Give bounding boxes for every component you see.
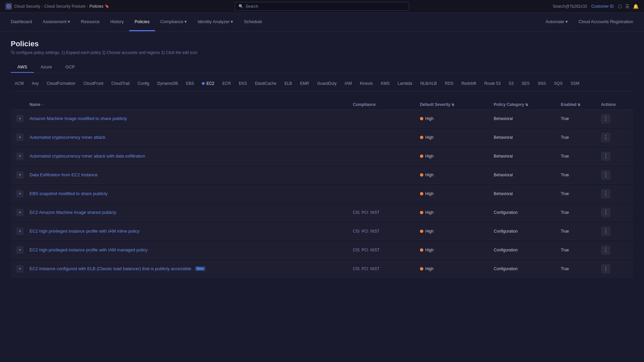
service-cloudformation[interactable]: CloudFormation xyxy=(43,80,79,87)
service-ssm[interactable]: SSM xyxy=(567,80,583,87)
nav-identity-analyzer[interactable]: Identity Analyzer ▾ xyxy=(192,13,238,31)
service-config[interactable]: Config xyxy=(133,80,153,87)
service-any[interactable]: Any xyxy=(28,80,43,87)
row-expand-btn[interactable]: ▾ xyxy=(16,153,30,160)
row-category: Behavioral xyxy=(494,135,561,140)
row-expand-btn[interactable]: ▾ xyxy=(16,134,30,141)
row-expand-btn[interactable]: ▾ xyxy=(16,115,30,122)
policy-name-link[interactable]: Amazon Machine Image modified to share p… xyxy=(30,116,353,121)
service-redshift[interactable]: Redshift xyxy=(458,80,480,87)
policy-name-link[interactable]: Data Exfiltration from EC2 Instance xyxy=(30,172,353,177)
row-category: Configuration xyxy=(494,248,561,252)
customer-id-dropdown[interactable]: Customer ID xyxy=(591,4,614,9)
header-name[interactable]: Name ↑ xyxy=(30,102,353,107)
sort-severity-icon: ⇅ xyxy=(451,103,454,107)
breadcrumb: Cloud Security › Cloud Security Posture … xyxy=(14,4,109,9)
policy-name-link[interactable]: EC2 high privileged instance profile wit… xyxy=(30,229,353,234)
notifications-icon[interactable]: 🔔 xyxy=(633,4,639,9)
tab-aws[interactable]: AWS xyxy=(11,62,34,73)
nav-automate[interactable]: Automate ▾ xyxy=(540,13,573,31)
row-expand-btn[interactable]: ▾ xyxy=(16,190,30,197)
service-cloudfront[interactable]: CloudFront xyxy=(79,80,107,87)
nav-compliance[interactable]: Compliance ▾ xyxy=(155,13,192,31)
service-rds[interactable]: RDS xyxy=(441,80,457,87)
actions-menu-btn[interactable]: ⋮ xyxy=(601,114,610,123)
service-elb[interactable]: ELB xyxy=(280,80,296,87)
severity-dot xyxy=(420,155,423,158)
actions-menu-btn[interactable]: ⋮ xyxy=(601,189,610,198)
nav-resource[interactable]: Resource xyxy=(75,13,105,31)
breadcrumb-posture[interactable]: Cloud Security Posture xyxy=(44,4,86,9)
service-nlb-alb[interactable]: NLB/ALB xyxy=(416,80,441,87)
service-elasticache[interactable]: ElastiCache xyxy=(251,80,280,87)
app-logo xyxy=(5,3,12,10)
actions-menu-btn[interactable]: ⋮ xyxy=(601,245,610,255)
header-category[interactable]: Policy Category ⇅ xyxy=(494,102,561,107)
messages-icon[interactable]: ☰ xyxy=(625,4,630,9)
expand-icon[interactable]: ▾ xyxy=(16,246,23,254)
service-acm[interactable]: ACM xyxy=(11,80,28,87)
service-sns[interactable]: SNS xyxy=(534,80,550,87)
policy-name-link[interactable]: EBS snapshot modified to share publicly xyxy=(30,191,353,196)
header-enabled[interactable]: Enabled ⇅ xyxy=(561,102,601,107)
actions-menu-btn[interactable]: ⋮ xyxy=(601,133,610,142)
row-expand-btn[interactable]: ▾ xyxy=(16,228,30,235)
nav-policies[interactable]: Policies xyxy=(129,13,155,31)
service-s3[interactable]: S3 xyxy=(504,80,518,87)
settings-icon[interactable]: ⬡ xyxy=(618,4,622,9)
service-ecr[interactable]: ECR xyxy=(218,80,235,87)
service-ec2[interactable]: EC2 xyxy=(198,80,218,87)
service-route53[interactable]: Route 53 xyxy=(480,80,505,87)
tab-gcp[interactable]: GCP xyxy=(59,62,82,73)
row-expand-btn[interactable]: ▾ xyxy=(16,209,30,216)
row-expand-btn[interactable]: ▾ xyxy=(16,171,30,179)
expand-icon[interactable]: ▾ xyxy=(16,115,23,122)
actions-menu-btn[interactable]: ⋮ xyxy=(601,152,610,161)
row-expand-btn[interactable]: ▾ xyxy=(16,265,30,273)
service-iam[interactable]: IAM xyxy=(341,80,356,87)
expand-icon[interactable]: ▾ xyxy=(16,228,23,235)
actions-menu-btn[interactable]: ⋮ xyxy=(601,264,610,274)
bookmark-icon[interactable]: 🔖 xyxy=(105,4,109,8)
policy-name-link[interactable]: EC2 Amazon Machine Image shared publicly xyxy=(30,210,353,215)
policy-name-link[interactable]: Automated cryptocurrency miner attack wi… xyxy=(30,154,353,159)
service-emr[interactable]: EMR xyxy=(296,80,313,87)
expand-icon[interactable]: ▾ xyxy=(16,209,23,216)
service-kinesis[interactable]: Kinesis xyxy=(356,80,377,87)
nav-schedule[interactable]: Schedule xyxy=(238,13,267,31)
policy-name-link[interactable]: EC2 instance configured with ELB (Classi… xyxy=(30,266,353,271)
service-guardduty[interactable]: GuardDuty xyxy=(313,80,341,87)
sort-category-icon: ⇅ xyxy=(525,103,528,107)
service-lambda[interactable]: Lambda xyxy=(394,80,416,87)
row-expand-btn[interactable]: ▾ xyxy=(16,246,30,254)
nav-cloud-accounts[interactable]: Cloud Accounts Registration xyxy=(573,13,639,31)
service-ebs[interactable]: EBS xyxy=(182,80,198,87)
service-cloudtrail[interactable]: CloudTrail xyxy=(107,80,133,87)
service-dynamodb[interactable]: DynamoDB xyxy=(153,80,182,87)
header-severity[interactable]: Default Severity ⇅ xyxy=(420,102,494,107)
expand-icon[interactable]: ▾ xyxy=(16,190,23,197)
search-bar[interactable]: 🔍 Search xyxy=(235,2,409,11)
row-enabled: True xyxy=(561,135,601,140)
service-ses[interactable]: SES xyxy=(518,80,534,87)
nav-dashboard[interactable]: Dashboard xyxy=(5,13,38,31)
breadcrumb-cloud-security[interactable]: Cloud Security xyxy=(14,4,40,9)
nav-assessment[interactable]: Assessment ▾ xyxy=(38,13,75,31)
policy-name-link[interactable]: Automated cryptocurrency miner attack xyxy=(30,135,353,140)
expand-icon[interactable]: ▾ xyxy=(16,171,23,179)
cloud-tabs: AWS Azure GCP xyxy=(11,62,633,73)
expand-icon[interactable]: ▾ xyxy=(16,134,23,141)
service-sqs[interactable]: SQS xyxy=(550,80,567,87)
service-eks[interactable]: EKS xyxy=(235,80,251,87)
search-container: 🔍 Search xyxy=(235,2,409,11)
service-kms[interactable]: KMS xyxy=(377,80,394,87)
expand-icon[interactable]: ▾ xyxy=(16,153,23,160)
tab-azure[interactable]: Azure xyxy=(34,62,59,73)
actions-menu-btn[interactable]: ⋮ xyxy=(601,208,610,217)
policy-name-link[interactable]: EC2 high privileged instance profile wit… xyxy=(30,247,353,252)
header-compliance[interactable]: Compliance xyxy=(353,102,420,107)
actions-menu-btn[interactable]: ⋮ xyxy=(601,227,610,236)
actions-menu-btn[interactable]: ⋮ xyxy=(601,170,610,180)
expand-icon[interactable]: ▾ xyxy=(16,265,23,273)
nav-history[interactable]: History xyxy=(105,13,129,31)
